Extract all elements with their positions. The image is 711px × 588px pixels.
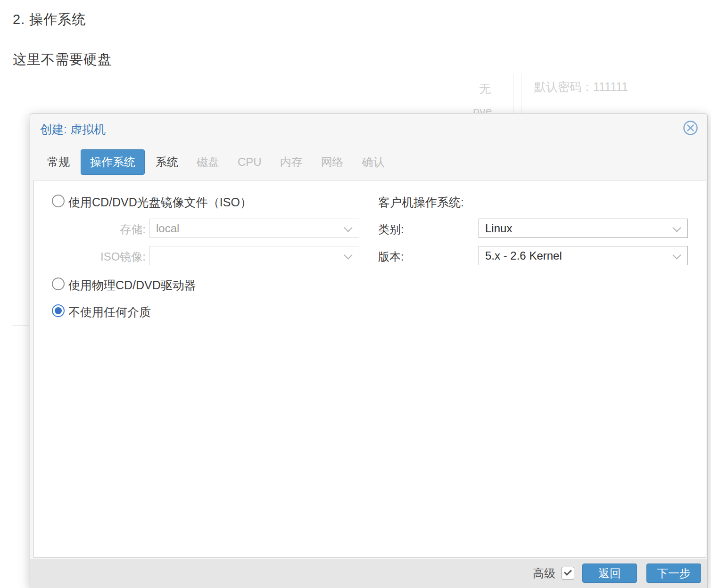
os-version-label: 版本: [378, 249, 404, 264]
doc-heading-step: 2. 操作系统 [13, 10, 86, 29]
chevron-down-icon [344, 251, 352, 259]
tab-memory: 内存 [273, 150, 310, 174]
radio-physical-drive[interactable] [52, 278, 65, 290]
os-version-select[interactable]: 5.x - 2.6 Kernel [479, 246, 688, 265]
storage-select: local [149, 219, 359, 238]
iso-image-select [149, 246, 359, 265]
chevron-down-icon [672, 223, 681, 232]
os-category-select[interactable]: Linux [479, 219, 688, 238]
tab-os[interactable]: 操作系统 [81, 149, 145, 175]
bg-table-cell-none: 无 [479, 81, 491, 97]
dialog-tabbar: 常规 操作系统 系统 磁盘 CPU 内存 网络 确认 [40, 151, 396, 173]
check-icon [564, 568, 572, 576]
dialog-footer: 高级 返回 下一步 [30, 559, 707, 588]
doc-heading-note: 这里不需要硬盘 [13, 50, 112, 69]
radio-no-media-label[interactable]: 不使用任何介质 [68, 304, 151, 320]
advanced-label: 高级 [533, 566, 555, 581]
radio-use-iso[interactable] [52, 195, 65, 207]
tab-general[interactable]: 常规 [40, 150, 77, 174]
os-category-select-value: Linux [485, 222, 512, 235]
dialog-title: 创建: 虚拟机 [40, 122, 106, 137]
tab-network: 网络 [314, 150, 351, 174]
chevron-down-icon [672, 251, 681, 259]
iso-image-label: ISO镜像: [34, 249, 146, 264]
tab-confirm: 确认 [355, 150, 392, 174]
os-category-label: 类别: [378, 222, 404, 237]
chevron-down-icon [344, 223, 352, 232]
radio-no-media[interactable] [52, 304, 65, 317]
storage-label: 存储: [34, 222, 146, 237]
close-icon[interactable] [683, 120, 698, 136]
radio-physical-drive-label[interactable]: 使用物理CD/DVD驱动器 [68, 278, 196, 293]
guest-os-heading: 客户机操作系统: [378, 195, 464, 210]
create-vm-dialog: 创建: 虚拟机 常规 操作系统 系统 磁盘 CPU 内存 网络 确认 使用CD/… [30, 113, 708, 588]
bg-table-divider [521, 74, 522, 113]
tab-system[interactable]: 系统 [148, 150, 186, 174]
next-button[interactable]: 下一步 [646, 564, 701, 583]
os-version-select-value: 5.x - 2.6 Kernel [485, 249, 562, 262]
bg-table-divider [513, 74, 514, 113]
back-button[interactable]: 返回 [582, 564, 637, 583]
advanced-checkbox[interactable] [562, 567, 574, 580]
storage-select-value: local [156, 222, 179, 235]
bg-rule [12, 325, 29, 326]
radio-use-iso-label[interactable]: 使用CD/DVD光盘镜像文件（ISO） [68, 195, 252, 210]
bg-default-password-text: 默认密码：111111 [534, 79, 628, 95]
tab-cpu: CPU [230, 151, 269, 173]
os-tab-panel: 使用CD/DVD光盘镜像文件（ISO） 存储: local ISO镜像: 使用物… [33, 180, 706, 558]
tab-disks: 磁盘 [189, 150, 227, 174]
